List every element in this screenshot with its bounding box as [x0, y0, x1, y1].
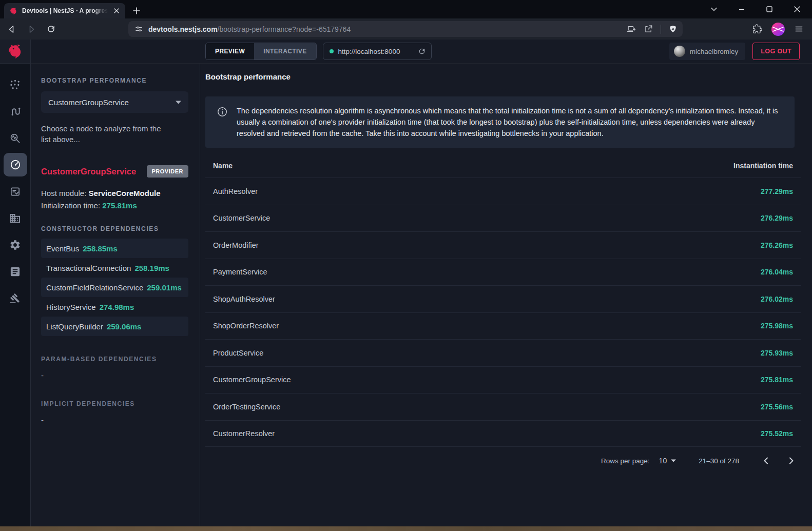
status-dot: [330, 49, 334, 53]
back-icon[interactable]: [4, 22, 20, 37]
sidebar-item-bootstrap-performance[interactable]: [4, 153, 27, 176]
selected-node-name: CustomerGroupService: [41, 167, 136, 176]
col-header-time: Instantiation time: [733, 162, 793, 170]
nestjs-logo[interactable]: [0, 40, 31, 64]
window-controls: [706, 0, 805, 18]
host-module-value: ServiceCoreModule: [89, 189, 161, 198]
interactive-tab[interactable]: INTERACTIVE: [254, 43, 316, 60]
username: michaelbromley: [690, 48, 739, 55]
table-row[interactable]: OrderTestingService275.56ms: [205, 393, 801, 420]
table-row[interactable]: ShopAuthResolver276.02ms: [205, 285, 801, 312]
tab-close-icon[interactable]: [112, 6, 121, 15]
browser-toolbar: devtools.nestjs.com/bootstrap-performanc…: [0, 18, 812, 40]
table-row[interactable]: ProductService275.93ms: [205, 339, 801, 366]
init-time-line: Initialization time: 275.81ms: [41, 201, 188, 210]
dep-item[interactable]: ListQueryBuilder259.06ms: [41, 317, 188, 336]
host-module-line: Host module: ServiceCoreModule: [41, 189, 188, 198]
chevron-down-icon: [671, 459, 676, 462]
table-row[interactable]: OrderModifier276.26ms: [205, 231, 801, 259]
node-select-value: CustomerGroupService: [48, 98, 129, 107]
refresh-icon[interactable]: [418, 47, 426, 55]
address-bar[interactable]: devtools.nestjs.com/bootstrap-performanc…: [128, 21, 683, 37]
sidebar-item-graph[interactable]: [4, 73, 27, 96]
close-icon[interactable]: [789, 2, 805, 16]
sidebar-item-docs[interactable]: [4, 260, 27, 283]
left-panel: BOOTSTRAP PERFORMANCE CustomerGroupServi…: [31, 64, 200, 526]
constructor-deps-title: CONSTRUCTOR DEPENDENCIES: [41, 225, 188, 232]
browser-tab[interactable]: Devtools | NestJS - A progressive: [4, 3, 125, 18]
rows-per-page-label: Rows per page:: [601, 457, 650, 465]
performance-table: Name Instantiation time AuthResolver277.…: [205, 153, 801, 447]
sidebar-item-routes[interactable]: [4, 100, 27, 123]
dep-item[interactable]: HistoryService274.98ms: [41, 297, 188, 317]
table-row[interactable]: CustomerService276.29ms: [205, 205, 801, 232]
forward-icon[interactable]: [24, 22, 39, 37]
nestjs-favicon: [9, 7, 18, 15]
info-text: The dependencies resolution algorithm is…: [237, 105, 783, 139]
table-row[interactable]: ShopOrderResolver275.98ms: [205, 312, 801, 340]
site-settings-icon[interactable]: [134, 25, 143, 33]
logout-button[interactable]: LOG OUT: [752, 43, 800, 60]
dep-item[interactable]: CustomFieldRelationService259.01ms: [41, 278, 188, 297]
node-hint-text: Choose a node to analyze from the list a…: [41, 123, 169, 145]
sidebar-item-inspect[interactable]: [4, 126, 27, 150]
minimize-icon[interactable]: [734, 2, 749, 16]
browser-window: Devtools | NestJS - A progressive devtoo…: [0, 0, 812, 531]
app-url-value: http://localhost:8000: [338, 48, 413, 55]
table-row[interactable]: CustomerResolver275.52ms: [205, 420, 801, 447]
page-title: Bootstrap performance: [205, 72, 291, 81]
menu-icon[interactable]: [794, 24, 804, 34]
new-tab-button[interactable]: [130, 5, 143, 17]
info-callout: The dependencies resolution algorithm is…: [205, 96, 795, 148]
node-select-dropdown[interactable]: CustomerGroupService: [41, 91, 188, 113]
chevron-down-icon: [176, 101, 181, 104]
main-content: Bootstrap performance The dependencies r…: [200, 64, 812, 526]
param-deps-title: PARAM-BASED DEPENDENCIES: [41, 356, 188, 363]
table-row[interactable]: CustomerGroupService275.81ms: [205, 366, 801, 394]
app-header: PREVIEW INTERACTIVE http://localhost:800…: [31, 40, 812, 64]
implicit-deps-title: IMPLICIT DEPENDENCIES: [41, 400, 188, 407]
desktop-edge: [0, 526, 812, 531]
tab-strip: Devtools | NestJS - A progressive: [0, 0, 812, 18]
send-to-device-icon[interactable]: [627, 24, 636, 34]
prev-page-icon[interactable]: [760, 455, 772, 467]
constructor-deps-list: EventBus258.85ms TransactionalConnection…: [41, 239, 188, 336]
user-avatar: [674, 46, 685, 57]
dep-item[interactable]: TransactionalConnection258.19ms: [41, 258, 188, 278]
browser-profile-avatar[interactable]: [771, 23, 785, 36]
table-row[interactable]: AuthResolver277.29ms: [205, 178, 801, 205]
panel-section-title: BOOTSTRAP PERFORMANCE: [41, 77, 188, 84]
reload-icon[interactable]: [43, 22, 59, 37]
pagination: Rows per page: 10 21–30 of 278: [200, 447, 812, 467]
tab-title: Devtools | NestJS - A progressive: [22, 7, 108, 14]
preview-tab[interactable]: PREVIEW: [206, 43, 254, 60]
implicit-deps-empty: -: [41, 416, 188, 424]
sidebar-rail: [0, 64, 31, 526]
maximize-icon[interactable]: [762, 2, 777, 16]
sidebar-item-modules[interactable]: [4, 206, 27, 230]
app-url-input[interactable]: http://localhost:8000: [323, 43, 432, 60]
dep-item[interactable]: EventBus258.85ms: [41, 239, 188, 258]
sidebar-item-issues[interactable]: [4, 286, 27, 310]
view-mode-toggle: PREVIEW INTERACTIVE: [205, 43, 317, 60]
user-menu[interactable]: michaelbromley: [669, 43, 746, 60]
init-time-value: 275.81ms: [102, 201, 137, 210]
divider: [661, 25, 661, 34]
pagination-range: 21–30 of 278: [699, 457, 739, 465]
rows-per-page-select[interactable]: 10: [659, 457, 676, 465]
table-row[interactable]: PaymentService276.04ms: [205, 259, 801, 286]
extensions-icon[interactable]: [752, 24, 762, 34]
share-icon[interactable]: [644, 24, 653, 34]
sidebar-item-audit-checklist[interactable]: [4, 180, 27, 203]
brave-shield-icon[interactable]: [668, 25, 678, 34]
sidebar-item-settings[interactable]: [4, 233, 27, 257]
param-deps-empty: -: [41, 371, 188, 380]
url-text: devtools.nestjs.com/bootstrap-performanc…: [148, 25, 622, 33]
info-icon: [217, 106, 228, 120]
next-page-icon[interactable]: [785, 455, 798, 467]
tab-search-icon[interactable]: [706, 2, 722, 16]
col-header-name: Name: [213, 162, 233, 170]
provider-badge: PROVIDER: [147, 165, 188, 178]
